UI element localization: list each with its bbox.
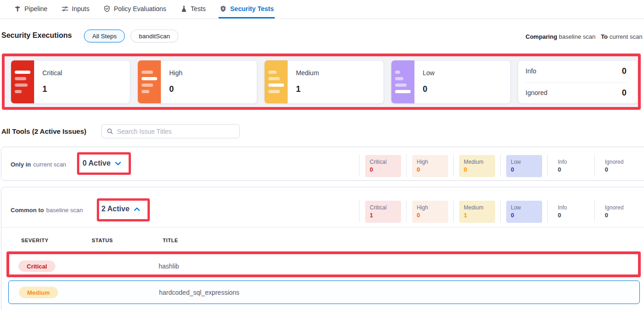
divider xyxy=(594,200,595,222)
chip-label: Ignored xyxy=(605,204,632,211)
column-header-severity: SEVERITY xyxy=(21,238,48,243)
all-tools-title: All Tools (2 Active Issues) xyxy=(1,127,86,135)
chip-value: 1 xyxy=(464,211,490,219)
chip-value: 0 xyxy=(417,166,443,173)
inputs-icon xyxy=(61,5,69,12)
column-header-title: TITLE xyxy=(163,238,178,243)
card-value: 1 xyxy=(296,84,319,94)
tests-flask-icon xyxy=(180,5,188,12)
divider xyxy=(547,155,548,177)
summary-card-medium: Medium 1 xyxy=(264,60,384,104)
severity-badge-critical: Critical xyxy=(18,260,55,272)
comparing-label: Comparing baseline scan To current scan xyxy=(526,33,642,40)
low-severity-meter-icon xyxy=(391,60,414,103)
chip-value: 0 xyxy=(511,211,538,219)
summary-card-low: Low 0 xyxy=(391,60,511,104)
card-value: 1 xyxy=(42,84,62,94)
group-label-rest: current scan xyxy=(33,161,66,168)
chip-value: 0 xyxy=(605,211,632,219)
issue-search-box[interactable] xyxy=(101,124,240,138)
baseline-scan-value[interactable]: baseline scan xyxy=(559,33,596,40)
comparing-keyword: Comparing xyxy=(526,33,557,40)
active-count-value: 2 Active xyxy=(101,205,130,213)
group-label: Common tobaseline scan xyxy=(11,207,83,214)
divider xyxy=(406,155,407,177)
chip-label: Medium xyxy=(464,158,490,166)
tab-label: Security Tests xyxy=(230,5,274,12)
divider xyxy=(547,200,548,222)
tab-tests[interactable]: Tests xyxy=(179,0,207,18)
card-label: High xyxy=(169,69,183,77)
chevron-up-icon xyxy=(134,207,140,211)
card-value: 0 xyxy=(169,84,183,94)
count-chip-medium[interactable]: Medium 0 xyxy=(459,155,495,177)
active-count-value: 0 Active xyxy=(83,159,111,167)
current-scan-value[interactable]: current scan xyxy=(609,33,643,40)
count-chip-medium[interactable]: Medium 1 xyxy=(459,201,495,223)
card-label: Critical xyxy=(42,69,62,77)
active-count-dropdown[interactable]: 2 Active xyxy=(101,205,140,213)
tab-label: Pipeline xyxy=(24,5,47,12)
count-chip-high[interactable]: High 0 xyxy=(412,201,448,223)
step-filter-pills: All Steps banditScan xyxy=(84,30,178,42)
issue-row-hashlib[interactable]: Critical hashlib xyxy=(8,256,640,276)
chip-value: 0 xyxy=(605,166,632,173)
ignored-value: 0 xyxy=(622,88,626,98)
chip-label: Low xyxy=(511,158,538,166)
chip-value: 0 xyxy=(370,166,396,173)
info-label: Info xyxy=(526,67,536,75)
search-issue-titles-input[interactable] xyxy=(117,128,235,135)
count-chip-info[interactable]: Info 0 xyxy=(553,201,589,223)
summary-card-info-ignored: Info 0 Ignored 0 xyxy=(518,60,638,104)
group-label: Only incurrent scan xyxy=(11,161,66,168)
divider xyxy=(453,155,454,177)
active-count-dropdown[interactable]: 0 Active xyxy=(83,159,121,167)
divider xyxy=(359,155,360,177)
chip-value: 0 xyxy=(417,211,443,219)
divider xyxy=(453,200,454,222)
count-chip-critical[interactable]: Critical 0 xyxy=(365,155,401,177)
count-chip-low[interactable]: Low 0 xyxy=(506,201,542,223)
count-chip-ignored[interactable]: Ignored 0 xyxy=(600,201,636,223)
divider xyxy=(359,200,360,222)
issue-title: hardcoded_sql_expressions xyxy=(159,289,239,296)
tab-security-tests[interactable]: Security Tests xyxy=(219,0,275,18)
security-tests-shield-icon xyxy=(219,5,227,12)
count-chip-high[interactable]: High 0 xyxy=(412,155,448,177)
critical-severity-meter-icon xyxy=(11,60,34,103)
tab-policy-evaluations[interactable]: Policy Evaluations xyxy=(102,0,167,18)
search-icon xyxy=(106,128,113,135)
count-chip-low[interactable]: Low 0 xyxy=(506,155,542,177)
count-chip-critical[interactable]: Critical 1 xyxy=(365,201,401,223)
filter-all-steps-pill[interactable]: All Steps xyxy=(84,30,125,42)
filter-banditscan-pill[interactable]: banditScan xyxy=(130,30,178,42)
group-label-bold: Common to xyxy=(11,207,44,214)
tab-inputs[interactable]: Inputs xyxy=(60,0,90,18)
chip-label: High xyxy=(417,158,443,166)
info-count-row: Info 0 xyxy=(526,60,626,82)
common-to-baseline-scan-panel: Common tobaseline scan 2 Active Critical… xyxy=(1,187,644,310)
chip-label: Ignored xyxy=(605,158,632,166)
policy-evaluations-icon xyxy=(103,5,111,12)
chip-value: 0 xyxy=(464,166,490,173)
issue-row-hardcoded-sql-expressions[interactable]: Medium hardcoded_sql_expressions xyxy=(8,280,640,304)
tab-label: Inputs xyxy=(72,5,89,12)
page-title: Security Executions xyxy=(1,31,72,40)
group-label-bold: Only in xyxy=(11,161,31,168)
divider xyxy=(1,227,644,227)
divider xyxy=(594,155,595,177)
tab-pipeline[interactable]: Pipeline xyxy=(13,0,48,18)
card-label: Medium xyxy=(296,69,319,77)
count-chip-ignored[interactable]: Ignored 0 xyxy=(600,155,636,177)
tab-label: Tests xyxy=(191,5,206,12)
info-value: 0 xyxy=(622,66,626,76)
chip-label: Info xyxy=(558,204,585,211)
chip-value: 0 xyxy=(558,166,585,173)
chip-label: Info xyxy=(558,158,585,166)
tab-label: Policy Evaluations xyxy=(114,5,166,12)
count-chip-info[interactable]: Info 0 xyxy=(553,155,589,177)
security-tests-page: Pipeline Inputs Policy Evaluations Tests… xyxy=(0,0,644,310)
ignored-count-row: Ignored 0 xyxy=(526,82,626,104)
card-value: 0 xyxy=(423,84,435,94)
high-severity-meter-icon xyxy=(138,60,161,103)
